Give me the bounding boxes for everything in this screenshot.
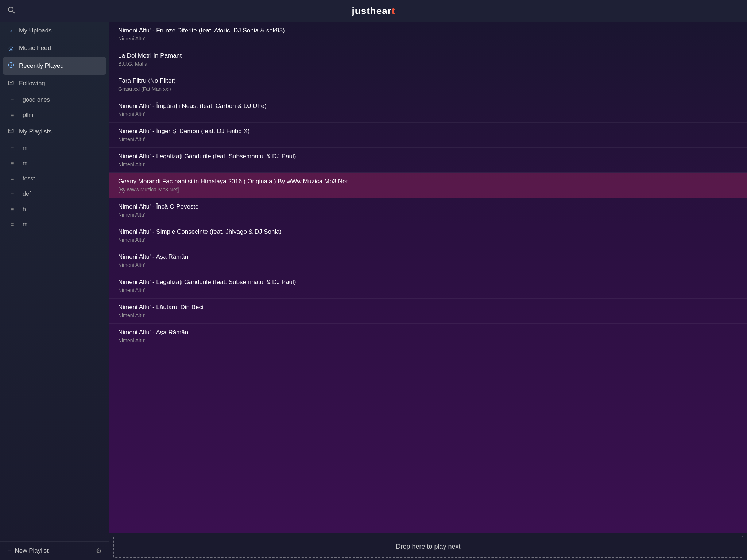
track-artist: Nimeni Altu'	[118, 312, 738, 318]
track-artist: Nimeni Altu'	[118, 237, 738, 243]
sidebar-playlist-label-mi: mi	[23, 145, 29, 151]
sidebar-item-my-uploads[interactable]: ♪ My Uploads	[0, 22, 109, 39]
track-item[interactable]: Nimeni Altu' - Legalizați Gândurile (fea…	[109, 273, 747, 299]
track-title: Nimeni Altu' - Împărații Neast (feat. Ca…	[118, 102, 738, 110]
sidebar-playlist-label-pllm: pllm	[23, 112, 33, 118]
track-title: Nimeni Altu' - Așa Rămân	[118, 253, 738, 261]
track-item[interactable]: Geany Morandi Fac bani si in Himalaya 20…	[109, 173, 747, 198]
sidebar-label-recently-played: Recently Played	[19, 62, 64, 70]
sidebar-playlist-good-ones[interactable]: ≡ good ones	[0, 92, 109, 108]
app-logo: justheart	[352, 5, 395, 17]
new-playlist-left: + New Playlist	[7, 547, 49, 555]
track-title: La Doi Metri In Pamant	[118, 52, 738, 59]
track-item[interactable]: Nimeni Altu' - Înger Și Demon (feat. DJ …	[109, 122, 747, 148]
sidebar-playlist-label-m: m	[23, 160, 27, 167]
my-playlists-icon	[7, 128, 15, 135]
track-title: Nimeni Altu' - Lăutarul Din Beci	[118, 304, 738, 311]
logo-accent: t	[392, 5, 395, 16]
sidebar-item-recently-played[interactable]: Recently Played	[3, 57, 106, 75]
track-title: Nimeni Altu' - Încă O Poveste	[118, 203, 738, 210]
sidebar-playlist-m[interactable]: ≡ m	[0, 156, 109, 171]
track-title: Nimeni Altu' - Așa Rămân	[118, 329, 738, 336]
sidebar-playlist-label-tesst: tesst	[23, 175, 35, 182]
feed-icon: ◎	[7, 45, 15, 52]
app-header: justheart	[0, 0, 747, 22]
track-artist: Nimeni Altu'	[118, 36, 738, 42]
sidebar-following-header[interactable]: Following	[0, 75, 109, 92]
track-artist: Nimeni Altu'	[118, 287, 738, 293]
track-artist: Grasu xxl (Fat Man xxl)	[118, 86, 738, 92]
sidebar: ♪ My Uploads ◎ Music Feed Recently Playe…	[0, 22, 109, 560]
track-artist: Nimeni Altu'	[118, 136, 738, 142]
playlist-icon-m2: ≡	[11, 222, 18, 228]
sidebar-my-playlists-label: My Playlists	[19, 128, 52, 135]
settings-icon[interactable]: ⚙	[96, 547, 102, 555]
track-item[interactable]: Nimeni Altu' - Lăutarul Din BeciNimeni A…	[109, 299, 747, 324]
track-title: Nimeni Altu' - Simple Consecințe (feat. …	[118, 228, 738, 236]
track-artist: B.U.G. Mafia	[118, 61, 738, 67]
sidebar-playlist-label-good-ones: good ones	[23, 97, 50, 103]
playlist-icon-good-ones: ≡	[11, 97, 18, 103]
playlist-icon-m: ≡	[11, 160, 18, 166]
sidebar-playlist-label-def: def	[23, 191, 31, 197]
track-item[interactable]: Nimeni Altu' - Împărații Neast (feat. Ca…	[109, 97, 747, 122]
main-content: ♪ My Uploads ◎ Music Feed Recently Playe…	[0, 22, 747, 560]
sidebar-playlist-m2[interactable]: ≡ m	[0, 217, 109, 232]
following-icon	[7, 80, 15, 87]
track-title: Nimeni Altu' - Înger Și Demon (feat. DJ …	[118, 128, 738, 135]
playlist-icon-mi: ≡	[11, 145, 18, 151]
track-artist: Nimeni Altu'	[118, 111, 738, 117]
sidebar-playlist-h[interactable]: ≡ h	[0, 202, 109, 217]
track-artist: Nimeni Altu'	[118, 212, 738, 218]
track-item[interactable]: La Doi Metri In PamantB.U.G. Mafia	[109, 47, 747, 72]
track-item[interactable]: Nimeni Altu' - Legalizați Gândurile (fea…	[109, 148, 747, 173]
playlist-icon-tesst: ≡	[11, 176, 18, 182]
track-artist: [By wWw.Muzica-Mp3.Net]	[118, 187, 738, 192]
sidebar-playlist-mi[interactable]: ≡ mi	[0, 140, 109, 156]
svg-line-1	[13, 11, 15, 13]
playlist-icon-def: ≡	[11, 191, 18, 197]
sidebar-playlist-def[interactable]: ≡ def	[0, 186, 109, 202]
sidebar-playlist-tesst[interactable]: ≡ tesst	[0, 171, 109, 186]
playlist-icon-h: ≡	[11, 206, 18, 212]
sidebar-following-label: Following	[19, 80, 45, 87]
track-item[interactable]: Nimeni Altu' - Simple Consecințe (feat. …	[109, 223, 747, 248]
track-title: Nimeni Altu' - Frunze Diferite (feat. Af…	[118, 27, 738, 34]
track-title: Geany Morandi Fac bani si in Himalaya 20…	[118, 178, 738, 185]
sidebar-label-music-feed: Music Feed	[19, 44, 51, 52]
track-item[interactable]: Nimeni Altu' - Frunze Diferite (feat. Af…	[109, 22, 747, 47]
sidebar-item-music-feed[interactable]: ◎ Music Feed	[0, 39, 109, 57]
track-item[interactable]: Fara Filtru (No Filter)Grasu xxl (Fat Ma…	[109, 72, 747, 97]
sidebar-my-playlists-header[interactable]: My Playlists	[0, 123, 109, 140]
track-item[interactable]: Nimeni Altu' - Așa RămânNimeni Altu'	[109, 248, 747, 273]
svg-point-0	[8, 7, 13, 12]
logo-text: justhear	[352, 5, 392, 16]
track-title: Nimeni Altu' - Legalizați Gândurile (fea…	[118, 279, 738, 286]
track-title: Fara Filtru (No Filter)	[118, 77, 738, 85]
track-item[interactable]: Nimeni Altu' - Așa RămânNimeni Altu'	[109, 324, 747, 349]
track-artist: Nimeni Altu'	[118, 262, 738, 268]
playlist-icon-pllm: ≡	[11, 112, 18, 118]
new-playlist-label: New Playlist	[15, 547, 49, 555]
drop-zone-label: Drop here to play next	[396, 543, 460, 550]
sidebar-label-my-uploads: My Uploads	[19, 27, 52, 34]
drop-zone[interactable]: Drop here to play next	[113, 536, 743, 558]
track-artist: Nimeni Altu'	[118, 338, 738, 343]
track-list: Nimeni Altu' - Frunze Diferite (feat. Af…	[109, 22, 747, 533]
sidebar-playlist-pllm[interactable]: ≡ pllm	[0, 108, 109, 123]
track-item[interactable]: Nimeni Altu' - Încă O PovesteNimeni Altu…	[109, 198, 747, 223]
new-playlist-row[interactable]: + New Playlist ⚙	[0, 541, 109, 560]
sidebar-playlist-label-h: h	[23, 206, 26, 213]
sidebar-playlist-label-m2: m	[23, 221, 27, 228]
plus-icon: +	[7, 547, 11, 555]
music-note-icon: ♪	[7, 27, 15, 34]
track-title: Nimeni Altu' - Legalizați Gândurile (fea…	[118, 153, 738, 160]
track-artist: Nimeni Altu'	[118, 162, 738, 167]
clock-icon	[7, 62, 15, 70]
search-icon[interactable]	[7, 6, 15, 16]
